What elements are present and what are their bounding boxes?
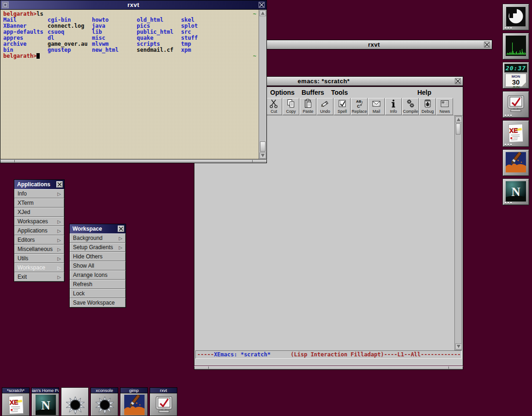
arrow-down-icon xyxy=(261,154,265,157)
replace-icon: ABC xyxy=(354,98,364,109)
miniwindow-label: xconsole xyxy=(91,387,118,393)
toolbar-button-copy[interactable]: Copy xyxy=(283,98,299,115)
applications-menu-item-workspaces[interactable]: Workspaces▷ xyxy=(14,217,64,226)
miniwindow-gimp[interactable]: gimp xyxy=(120,387,148,416)
menu-buffers[interactable]: Buffers xyxy=(302,89,324,96)
close-button[interactable] xyxy=(258,1,265,8)
news-icon xyxy=(440,98,450,109)
close-button[interactable] xyxy=(484,41,490,48)
submenu-arrow-icon: ▷ xyxy=(57,256,61,261)
workspace-menu-item-show-all[interactable]: Show All xyxy=(70,261,126,270)
svg-text:XE: XE xyxy=(10,398,18,406)
workspace-menu-item-arrange-icons[interactable]: Arrange Icons xyxy=(70,270,126,280)
close-button[interactable] xyxy=(56,181,63,188)
applications-menu-item-utils[interactable]: Utils▷ xyxy=(14,254,64,263)
toolbar-button-cut[interactable]: Cut xyxy=(266,98,282,115)
submenu-arrow-icon: ▷ xyxy=(119,245,122,250)
info-icon xyxy=(388,98,399,109)
miniwindow-rxvt[interactable]: rxvt xyxy=(150,387,177,416)
scrollbar-thumb[interactable] xyxy=(260,141,266,152)
menu-item-label: Arrange Icons xyxy=(73,272,108,278)
menu-item-label: Lock xyxy=(73,290,85,297)
emacs-resizebar[interactable] xyxy=(194,366,463,370)
terminal-resizebar[interactable] xyxy=(0,159,267,163)
scrollbar-thumb[interactable] xyxy=(456,123,460,135)
applications-menu-item-xjed[interactable]: XJed xyxy=(14,208,64,217)
modeline-segment: ----- xyxy=(197,351,214,358)
netscape-icon: N xyxy=(506,181,526,202)
toolbar-button-replace[interactable]: ABCReplace xyxy=(351,98,368,115)
close-button[interactable] xyxy=(118,226,124,232)
workspace-menu-item-lock[interactable]: Lock xyxy=(70,289,126,298)
miniwindow-bullet-hole[interactable] xyxy=(61,387,89,416)
submenu-arrow-icon: ▷ xyxy=(57,238,61,243)
svg-text:AB: AB xyxy=(356,99,362,104)
svg-text:N: N xyxy=(41,398,50,412)
applications-menu-item-miscellaneous[interactable]: Miscellaneous▷ xyxy=(14,245,64,254)
toolbar-button-news[interactable]: News xyxy=(436,98,453,115)
menu-options[interactable]: Options xyxy=(270,89,295,96)
right-prompt: ~ xyxy=(253,11,256,17)
toolbar-button-info[interactable]: Info xyxy=(385,98,402,115)
menu-item-label: Setup Gradients xyxy=(73,244,113,251)
terminal-window: rxvt belgarath>ls ~ Mailcgi-binhowtoold_… xyxy=(0,0,267,163)
bullet-hole-icon xyxy=(65,395,85,415)
applications-menu-item-editors[interactable]: Editors▷ xyxy=(14,235,64,245)
arrow-up-icon xyxy=(261,12,265,15)
scroll-down-button[interactable] xyxy=(260,153,266,159)
dock-tile-netscape[interactable]: N xyxy=(502,178,529,205)
gimp-icon xyxy=(124,395,145,415)
desktop: rxvt emacs: *scratch* OptionsBuffersTool… xyxy=(0,0,532,416)
menu-item-label: Background xyxy=(73,235,103,241)
background-rxvt-titlebar[interactable]: rxvt xyxy=(266,40,492,49)
miniaturize-button[interactable] xyxy=(2,1,9,8)
applications-menu-titlebar[interactable]: Applications xyxy=(14,180,64,189)
dock-tile-clock[interactable]: 20:37MON30JUN xyxy=(502,62,529,89)
workspace-menu-item-background[interactable]: Background▷ xyxy=(70,233,126,243)
miniaturize-icon xyxy=(4,3,7,6)
scroll-up-button[interactable] xyxy=(455,116,462,122)
applications-menu-item-workspace[interactable]: Workspace▷ xyxy=(14,263,64,272)
toolbar-button-label: Paste xyxy=(302,109,313,114)
scroll-up-button[interactable] xyxy=(260,10,266,16)
toolbar-button-spell[interactable]: Spell xyxy=(334,98,351,115)
terminal-body[interactable]: belgarath>ls ~ Mailcgi-binhowtoold_htmls… xyxy=(0,10,267,159)
workspace-menu-titlebar[interactable]: Workspace xyxy=(70,224,126,233)
applications-menu-item-xterm[interactable]: XTerm xyxy=(14,198,64,208)
workspace-menu-item-hide-others[interactable]: Hide Others xyxy=(70,252,126,261)
scroll-down-button[interactable] xyxy=(455,343,462,349)
miniwindow-xconsole[interactable]: xconsole xyxy=(91,387,118,416)
toolbar-button-paste[interactable]: Paste xyxy=(300,98,316,115)
applications-menu-item-applications[interactable]: Applications▷ xyxy=(14,226,64,235)
emacs-scrollbar[interactable] xyxy=(454,116,462,350)
toolbar-button-mail[interactable]: Mail xyxy=(368,98,385,115)
text-cursor xyxy=(36,53,40,59)
toolbar-button-compile[interactable]: Compile xyxy=(402,98,419,115)
dock-tile-load-monitor[interactable] xyxy=(502,33,529,60)
toolbar-button-label: Copy xyxy=(286,109,296,114)
dock-tile-xemacs[interactable]: XE xyxy=(502,120,529,147)
workspace-menu-item-setup-gradients[interactable]: Setup Gradients▷ xyxy=(70,243,126,252)
spell-icon xyxy=(337,98,347,109)
menu-help[interactable]: Help xyxy=(417,89,463,96)
arrow-down-icon xyxy=(457,345,460,348)
terminal-scrollbar[interactable] xyxy=(259,10,266,159)
applications-menu-item-exit[interactable]: Exit▷ xyxy=(14,272,64,281)
dock-tile-gimp[interactable] xyxy=(502,149,529,176)
submenu-arrow-icon: ▷ xyxy=(57,228,61,233)
close-button[interactable] xyxy=(454,78,461,85)
toolbar-button-debug[interactable]: Debug xyxy=(419,98,436,115)
workspace-menu-item-save-workspace[interactable]: Save Workspace xyxy=(70,298,126,307)
menu-tools[interactable]: Tools xyxy=(331,89,348,96)
modeline-segment: XEmacs: *scratch* xyxy=(214,351,271,358)
dock-tile-wmaker-logo[interactable] xyxy=(502,4,529,31)
file-name: new_html xyxy=(92,47,137,53)
dock-tile-rxvt-monitor[interactable] xyxy=(502,91,529,118)
miniwindow-ian-s-home-page[interactable]: Nian's Home Page xyxy=(31,387,59,416)
miniwindow--scratch-[interactable]: XE*scratch* xyxy=(2,387,30,416)
copy-icon xyxy=(286,98,296,109)
terminal-titlebar[interactable]: rxvt xyxy=(0,0,267,10)
toolbar-button-undo[interactable]: Undo xyxy=(317,98,333,115)
applications-menu-item-info[interactable]: Info▷ xyxy=(14,189,64,198)
workspace-menu-item-refresh[interactable]: Refresh xyxy=(70,280,126,289)
